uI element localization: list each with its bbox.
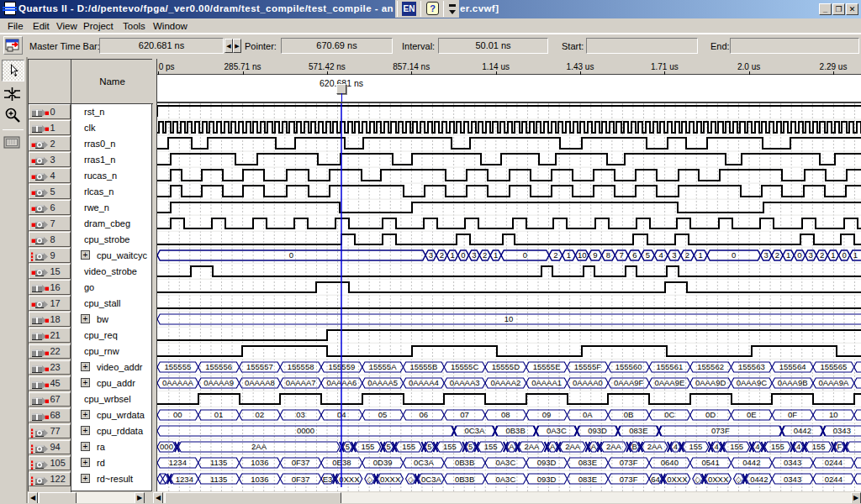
svg-text:0343: 0343: [833, 427, 851, 436]
svg-text:64: 64: [651, 475, 660, 484]
svg-text:4: 4: [755, 443, 759, 452]
svg-text:0AAA9E: 0AAA9E: [654, 379, 684, 388]
svg-text:155557: 155557: [246, 363, 273, 372]
svg-text:E3: E3: [323, 475, 333, 484]
svg-text:155565: 155565: [821, 363, 848, 372]
svg-text:0: 0: [842, 250, 846, 260]
svg-text:155: 155: [771, 443, 784, 452]
svg-text:1: 1: [567, 250, 571, 260]
svg-text:155: 155: [689, 443, 702, 452]
svg-text:155558: 155558: [288, 363, 314, 372]
svg-text:◇: ◇: [408, 475, 415, 484]
svg-text:0442: 0442: [794, 427, 811, 436]
svg-text:2AA: 2AA: [565, 443, 581, 452]
svg-text:0244: 0244: [825, 475, 843, 484]
svg-text:5: 5: [427, 443, 431, 452]
svg-text:1: 1: [786, 250, 790, 260]
svg-text:8: 8: [606, 250, 610, 260]
svg-text:10: 10: [578, 250, 587, 260]
svg-text:0C3A: 0C3A: [421, 475, 441, 484]
svg-text:2AA: 2AA: [524, 443, 540, 452]
svg-text:0: 0: [523, 250, 527, 260]
svg-text:1: 1: [699, 250, 703, 260]
svg-text:0A3C: 0A3C: [495, 459, 515, 468]
svg-text:F: F: [837, 443, 843, 452]
svg-text:1036: 1036: [251, 459, 268, 468]
svg-text:4: 4: [673, 443, 678, 452]
svg-text:15555C: 15555C: [451, 363, 478, 372]
svg-text:155564: 155564: [779, 363, 806, 372]
svg-text:15555F: 15555F: [574, 363, 601, 372]
svg-text:2: 2: [775, 250, 779, 260]
svg-text:0AAA9C: 0AAA9C: [737, 379, 768, 388]
svg-text:01: 01: [214, 411, 224, 420]
svg-text:0AAAA3: 0AAAA3: [450, 379, 480, 388]
svg-text:155: 155: [361, 443, 374, 452]
svg-text:5: 5: [468, 443, 473, 452]
svg-text:155562: 155562: [697, 363, 724, 372]
svg-text:2: 2: [820, 250, 824, 260]
svg-text:0AAAA7: 0AAAA7: [286, 379, 316, 388]
svg-text:◇: ◇: [695, 475, 701, 484]
svg-text:1: 1: [853, 250, 858, 260]
svg-text:083E: 083E: [578, 475, 597, 484]
svg-text:0F: 0F: [788, 411, 797, 420]
svg-text:0F37: 0F37: [292, 475, 310, 484]
svg-text:2: 2: [440, 250, 444, 260]
svg-text:0XXX: 0XXX: [667, 475, 688, 484]
svg-text:05: 05: [378, 411, 388, 420]
svg-text:073F: 073F: [620, 459, 638, 468]
svg-text:0244: 0244: [825, 459, 843, 468]
svg-text:03: 03: [296, 411, 305, 420]
svg-text:0343: 0343: [784, 475, 801, 484]
svg-text:0B3B: 0B3B: [505, 427, 525, 436]
svg-text:0AAAA0: 0AAAA0: [573, 379, 603, 388]
svg-text:0C: 0C: [664, 411, 674, 420]
svg-text:0D39: 0D39: [373, 459, 393, 468]
svg-text:7: 7: [620, 250, 624, 260]
svg-text:0A3C: 0A3C: [495, 475, 515, 484]
svg-text:4: 4: [659, 250, 663, 260]
svg-text:◇: ◇: [736, 475, 742, 484]
svg-text:A: A: [550, 443, 556, 452]
svg-text:0E: 0E: [747, 411, 757, 420]
svg-text:2AA: 2AA: [251, 443, 267, 452]
svg-text:0AAA9D: 0AAA9D: [695, 379, 726, 388]
svg-text:0AAAA9: 0AAAA9: [203, 379, 234, 388]
svg-text:A: A: [591, 443, 597, 452]
svg-text:083E: 083E: [629, 427, 647, 436]
svg-text:15555E: 15555E: [533, 363, 561, 372]
svg-text:000: 000: [160, 443, 173, 452]
svg-text:15555B: 15555B: [409, 363, 437, 372]
svg-text:4: 4: [715, 443, 719, 452]
svg-text:0AAA9A: 0AAA9A: [818, 379, 849, 388]
svg-text:1: 1: [831, 250, 835, 260]
svg-text:15555A: 15555A: [369, 363, 397, 372]
svg-text:3: 3: [429, 250, 433, 260]
svg-text:0: 0: [797, 250, 801, 260]
svg-text:1: 1: [450, 250, 454, 260]
svg-text:073F: 073F: [711, 427, 730, 436]
svg-text:0: 0: [289, 250, 293, 260]
svg-text:A: A: [509, 443, 515, 452]
svg-text:1135: 1135: [210, 459, 227, 468]
svg-text:2: 2: [553, 250, 557, 260]
svg-text:2AA: 2AA: [606, 443, 622, 452]
svg-text:08: 08: [501, 411, 510, 420]
svg-text:2AA: 2AA: [647, 443, 663, 452]
svg-text:4: 4: [796, 443, 800, 452]
svg-text:155: 155: [484, 443, 498, 452]
svg-text:06: 06: [420, 411, 429, 420]
svg-text:155556: 155556: [205, 363, 232, 372]
svg-text:0640: 0640: [661, 459, 679, 468]
svg-text:083E: 083E: [578, 459, 597, 468]
svg-text:155: 155: [402, 443, 415, 452]
svg-text:5: 5: [387, 443, 391, 452]
svg-text:0000: 0000: [297, 427, 314, 436]
svg-text:0XXX: 0XXX: [708, 475, 729, 484]
svg-text:155: 155: [443, 443, 457, 452]
svg-text:0B: 0B: [624, 411, 634, 420]
svg-text:0XXX: 0XXX: [380, 475, 401, 484]
svg-text:3: 3: [672, 250, 676, 260]
svg-text:02: 02: [256, 411, 265, 420]
